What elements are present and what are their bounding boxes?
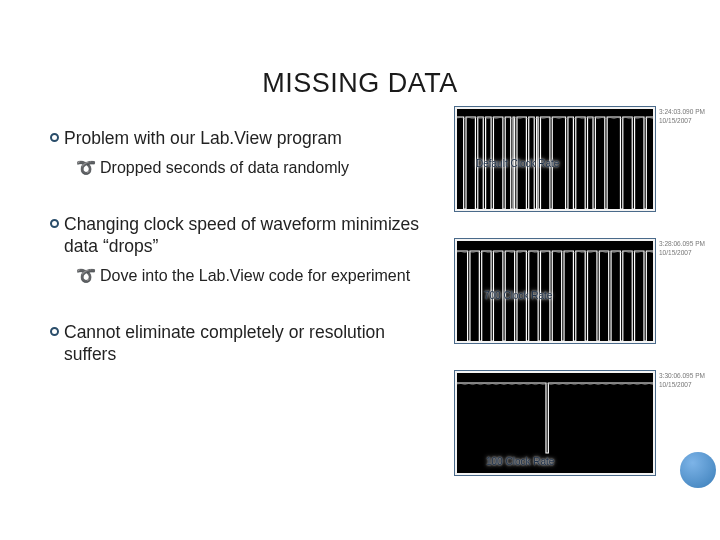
figure-100-clock: 3:30:06.095 PM 10/15/2007 100 Clock Rate <box>454 370 706 476</box>
timestamp-time: 3:24:03.090 PM <box>659 108 705 116</box>
figure-timestamp: 3:30:06.095 PM 10/15/2007 <box>656 370 705 476</box>
swirl-bullet-icon: ➰ <box>76 266 100 285</box>
list-item-text: Problem with our Lab.View program <box>64 128 434 150</box>
timestamp-date: 10/15/2007 <box>659 381 705 389</box>
ring-bullet-icon <box>44 322 64 336</box>
list-item-text: Changing clock speed of waveform minimiz… <box>64 214 434 258</box>
sub-list-item-text: Dove into the Lab.View code for experime… <box>100 266 434 286</box>
timestamp-date: 10/15/2007 <box>659 117 705 125</box>
sub-list-item-text: Dropped seconds of data randomly <box>100 158 434 178</box>
slide: MISSING DATA Problem with our Lab.View p… <box>0 0 720 540</box>
figure-column: 3:24:03.090 PM 10/15/2007 Default Clock … <box>454 106 706 476</box>
figure-700-clock: 3:28:06.095 PM 10/15/2007 700 Clock Rate <box>454 238 706 344</box>
ring-bullet-icon <box>44 128 64 142</box>
swirl-bullet-icon: ➰ <box>76 158 100 177</box>
sub-list-item: ➰ Dropped seconds of data randomly <box>76 158 434 178</box>
list-item-text: Cannot eliminate completely or resolutio… <box>64 322 434 366</box>
figure-default-clock: 3:24:03.090 PM 10/15/2007 Default Clock … <box>454 106 706 212</box>
ring-bullet-icon <box>44 214 64 228</box>
waveform-box <box>454 370 656 476</box>
timestamp-date: 10/15/2007 <box>659 249 705 257</box>
list-item: Changing clock speed of waveform minimiz… <box>44 214 434 258</box>
sub-list-item: ➰ Dove into the Lab.View code for experi… <box>76 266 434 286</box>
figure-timestamp: 3:24:03.090 PM 10/15/2007 <box>656 106 705 212</box>
timestamp-time: 3:30:06.095 PM <box>659 372 705 380</box>
figure-caption: Default Clock Rate <box>476 158 559 169</box>
page-title: MISSING DATA <box>0 68 720 99</box>
bullet-list: Problem with our Lab.View program ➰ Drop… <box>44 128 434 371</box>
figure-caption: 700 Clock Rate <box>484 290 552 301</box>
list-item: Problem with our Lab.View program <box>44 128 434 150</box>
list-item: Cannot eliminate completely or resolutio… <box>44 322 434 366</box>
timestamp-time: 3:28:06.095 PM <box>659 240 705 248</box>
figure-caption: 100 Clock Rate <box>486 456 554 467</box>
figure-timestamp: 3:28:06.095 PM 10/15/2007 <box>656 238 705 344</box>
